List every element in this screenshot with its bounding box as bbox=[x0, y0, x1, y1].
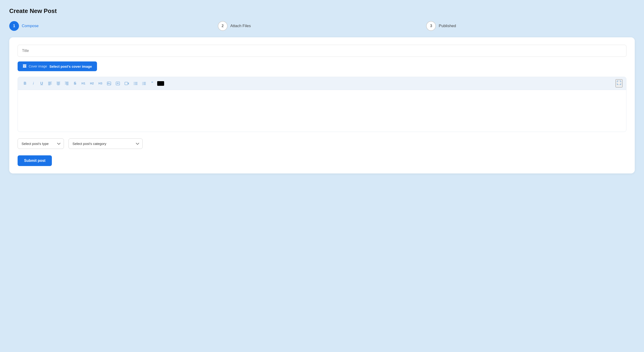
svg-rect-7 bbox=[57, 85, 60, 85]
cover-image-icon: 🖼 bbox=[23, 64, 26, 68]
svg-rect-17 bbox=[135, 82, 138, 83]
svg-rect-0 bbox=[48, 82, 52, 82]
dropdowns-row: Select post's type Select post's categor… bbox=[18, 138, 626, 149]
expand-editor-button[interactable] bbox=[616, 79, 622, 87]
svg-rect-5 bbox=[57, 83, 60, 83]
svg-rect-6 bbox=[56, 84, 60, 84]
align-right-button[interactable] bbox=[63, 81, 70, 86]
cover-image-button[interactable]: 🖼 Cover image Select post's cover image bbox=[18, 61, 97, 71]
title-input[interactable] bbox=[18, 45, 626, 57]
svg-rect-23 bbox=[143, 82, 146, 83]
align-center-button[interactable] bbox=[55, 81, 62, 86]
step-2-label: Attach Files bbox=[230, 24, 251, 28]
stepper: 1 Compose 2 Attach Files 3 Published bbox=[9, 21, 635, 31]
step-published[interactable]: 3 Published bbox=[426, 21, 635, 31]
svg-rect-25 bbox=[143, 83, 146, 84]
step-3-circle: 3 bbox=[426, 21, 436, 31]
color-picker-button[interactable] bbox=[157, 81, 164, 86]
svg-rect-21 bbox=[135, 84, 138, 85]
svg-rect-4 bbox=[56, 82, 60, 82]
svg-point-20 bbox=[134, 84, 134, 85]
svg-rect-9 bbox=[66, 83, 68, 83]
svg-rect-2 bbox=[48, 84, 52, 84]
quote-button[interactable]: " bbox=[149, 80, 156, 87]
h2-button[interactable]: H2 bbox=[88, 80, 96, 86]
image-button[interactable] bbox=[105, 80, 113, 86]
form-card: 🖼 Cover image Select post's cover image … bbox=[9, 37, 635, 173]
cover-image-text: Select post's cover image bbox=[49, 64, 92, 68]
align-left-button[interactable] bbox=[46, 81, 54, 86]
svg-rect-19 bbox=[135, 83, 138, 84]
h3-button[interactable]: H3 bbox=[97, 80, 104, 86]
editor-container: B i U S H1 H2 H3 bbox=[18, 77, 626, 132]
svg-point-18 bbox=[134, 83, 134, 84]
step-1-label: Compose bbox=[22, 24, 39, 28]
step-3-label: Published bbox=[439, 24, 456, 28]
page-title: Create New Post bbox=[9, 8, 635, 15]
svg-rect-1 bbox=[48, 83, 51, 83]
submit-post-button[interactable]: Submit post bbox=[18, 155, 52, 166]
post-category-select[interactable]: Select post's category bbox=[68, 138, 142, 149]
video-button[interactable] bbox=[123, 81, 131, 86]
step-2-circle: 2 bbox=[218, 21, 228, 31]
image-upload-button[interactable] bbox=[114, 80, 122, 86]
step-attach[interactable]: 2 Attach Files bbox=[218, 21, 426, 31]
ordered-list-button[interactable]: 1.2.3. bbox=[140, 81, 148, 86]
strikethrough-button[interactable]: S bbox=[72, 80, 78, 87]
editor-toolbar: B i U S H1 H2 H3 bbox=[18, 77, 626, 90]
editor-body[interactable] bbox=[18, 90, 626, 132]
svg-point-16 bbox=[134, 82, 134, 83]
h1-button[interactable]: H1 bbox=[80, 80, 87, 86]
svg-text:3.: 3. bbox=[142, 84, 143, 85]
svg-rect-15 bbox=[125, 82, 128, 85]
svg-rect-10 bbox=[65, 84, 68, 84]
unordered-list-button[interactable] bbox=[132, 81, 139, 86]
bold-button[interactable]: B bbox=[22, 80, 28, 87]
cover-image-label: Cover image bbox=[29, 64, 47, 68]
svg-rect-11 bbox=[66, 85, 68, 85]
post-type-select[interactable]: Select post's type bbox=[18, 138, 64, 149]
svg-rect-27 bbox=[143, 84, 146, 85]
step-compose[interactable]: 1 Compose bbox=[9, 21, 218, 31]
step-1-circle: 1 bbox=[9, 21, 19, 31]
svg-rect-3 bbox=[48, 85, 50, 85]
svg-rect-8 bbox=[65, 82, 68, 82]
underline-button[interactable]: U bbox=[38, 80, 45, 87]
italic-button[interactable]: i bbox=[30, 80, 37, 87]
